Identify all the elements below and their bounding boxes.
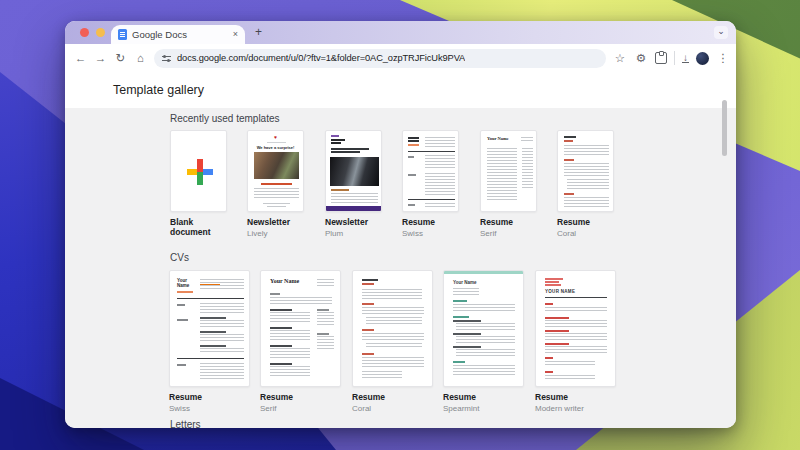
tab-title: Google Docs [132, 29, 228, 40]
resume-serif-thumbnail[interactable]: Your Name [480, 130, 537, 212]
card-title: Resume [535, 392, 616, 402]
card-subtitle: Modern writer [535, 404, 616, 413]
template-card-cv-swiss[interactable]: Your Name Resume Swiss [169, 270, 250, 413]
card-title: Resume [169, 392, 250, 402]
desktop: { "browser": { "tab_title": "Google Docs… [0, 0, 800, 450]
template-gallery: Recently used templates Blank document ♥… [65, 108, 736, 428]
close-window-button[interactable] [80, 28, 89, 37]
lively-photo [254, 152, 299, 179]
template-card-blank-document[interactable]: Blank document [170, 130, 227, 239]
cv-serif-thumbnail[interactable]: Your Name [260, 270, 341, 387]
cv-spearmint-thumbnail[interactable]: Your Name [443, 270, 524, 387]
extensions-icon[interactable] [655, 52, 667, 64]
gear-icon[interactable]: ⚙ [634, 51, 648, 65]
card-subtitle: Swiss [169, 404, 250, 413]
plum-bottom-bar [326, 206, 381, 211]
browser-window: Google Docs × + ⌄ ← → ↻ ⌂ docs.google.co… [65, 21, 736, 428]
lively-headline: We have a surprise! [248, 145, 303, 150]
template-card-cv-modern-writer[interactable]: YOUR NAME Resume Modern writer [535, 270, 616, 413]
template-card-resume-swiss-recent[interactable]: Resume Swiss [402, 130, 459, 238]
toolbar-divider [674, 51, 675, 65]
tab-close-icon[interactable]: × [233, 30, 238, 39]
plum-photo [330, 157, 379, 186]
card-title: Newsletter [247, 217, 304, 227]
card-subtitle: Plum [325, 229, 382, 238]
card-subtitle: Lively [247, 229, 304, 238]
card-subtitle: Spearmint [443, 404, 524, 413]
scrollbar-thumb[interactable] [722, 100, 727, 156]
heart-icon: ♥ [248, 134, 303, 140]
resume-name-text: Your Name [453, 280, 476, 285]
card-title: Resume [443, 392, 524, 402]
tab-overflow-chevron-icon[interactable]: ⌄ [714, 26, 728, 39]
newsletter-lively-thumbnail[interactable]: ♥ We have a surprise! [247, 130, 304, 212]
bookmark-star-icon[interactable]: ☆ [613, 51, 627, 65]
home-icon[interactable]: ⌂ [134, 52, 147, 64]
template-card-cv-serif[interactable]: Your Name Resume Serif [260, 270, 341, 413]
resume-name-text: Your Name [487, 136, 509, 141]
section-recent-label: Recently used templates [170, 113, 280, 124]
template-card-newsletter-lively[interactable]: ♥ We have a surprise! Newsletter Lively [247, 130, 304, 238]
resume-name-text: YOUR NAME [545, 289, 575, 294]
resume-name-text: Your Name [270, 278, 299, 284]
profile-avatar[interactable] [696, 52, 709, 65]
template-card-cv-coral[interactable]: Resume Coral [352, 270, 433, 413]
section-letters-label: Letters [170, 419, 201, 428]
blank-document-thumbnail[interactable] [170, 130, 227, 212]
tab-strip: Google Docs × + ⌄ [65, 21, 736, 44]
page-header: Template gallery [65, 72, 736, 108]
card-title: Resume [557, 217, 614, 227]
menu-kebab-icon[interactable]: ⋮ [716, 51, 730, 65]
newsletter-plum-thumbnail[interactable] [325, 130, 382, 212]
new-tab-button[interactable]: + [255, 25, 262, 40]
page-title: Template gallery [113, 83, 204, 97]
template-card-cv-spearmint[interactable]: Your Name Resume Spearmint [443, 270, 524, 413]
card-title: Resume [480, 217, 537, 227]
card-subtitle: Swiss [402, 229, 459, 238]
browser-toolbar: ← → ↻ ⌂ docs.google.com/document/u/0/?ft… [65, 44, 736, 72]
resume-swiss-thumbnail[interactable] [402, 130, 459, 212]
back-icon[interactable]: ← [74, 52, 87, 64]
cv-swiss-thumbnail[interactable]: Your Name [169, 270, 250, 387]
template-card-newsletter-plum[interactable]: Newsletter Plum [325, 130, 382, 238]
card-title: Resume [402, 217, 459, 227]
resume-name-text: Your Name [177, 278, 194, 289]
card-title: Blank document [170, 217, 227, 237]
card-title: Resume [352, 392, 433, 402]
cv-modern-writer-thumbnail[interactable]: YOUR NAME [535, 270, 616, 387]
card-subtitle: Coral [557, 229, 614, 238]
card-subtitle: Serif [480, 229, 537, 238]
resume-coral-thumbnail[interactable] [557, 130, 614, 212]
site-info-icon[interactable] [162, 55, 171, 62]
template-card-resume-coral-recent[interactable]: Resume Coral [557, 130, 614, 238]
url-bar[interactable]: docs.google.com/document/u/0/?ftv=1&fold… [154, 49, 606, 68]
tab-google-docs[interactable]: Google Docs × [111, 25, 245, 44]
docs-favicon-icon [118, 29, 127, 40]
url-text[interactable]: docs.google.com/document/u/0/?ftv=1&fold… [177, 53, 465, 63]
download-icon[interactable]: ↓ [682, 53, 689, 63]
template-card-resume-serif-recent[interactable]: Your Name Resume Serif [480, 130, 537, 238]
card-subtitle: Coral [352, 404, 433, 413]
card-title: Newsletter [325, 217, 382, 227]
card-title: Resume [260, 392, 341, 402]
reload-icon[interactable]: ↻ [114, 51, 127, 65]
card-subtitle: Serif [260, 404, 341, 413]
cv-coral-thumbnail[interactable] [352, 270, 433, 387]
minimize-window-button[interactable] [96, 28, 105, 37]
section-cvs-label: CVs [170, 252, 189, 263]
spearmint-top-bar [444, 271, 523, 274]
forward-icon[interactable]: → [94, 52, 107, 64]
